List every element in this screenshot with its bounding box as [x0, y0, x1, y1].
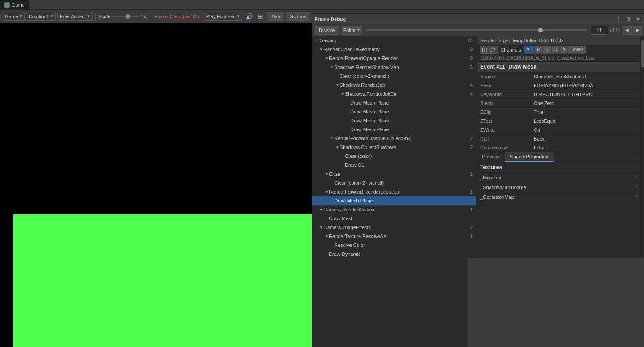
scrollbar-vertical[interactable] [640, 36, 644, 258]
tree-row[interactable]: ▼RenderForwardOpaque.CollectSha2 [312, 134, 476, 143]
frame-number-input[interactable] [591, 26, 608, 35]
channel-a-button[interactable]: A [560, 46, 568, 54]
conservative-value: False [534, 145, 637, 150]
pass-label: Pass [480, 83, 534, 88]
tree-row-count: 4 [464, 91, 473, 97]
channel-levels-button[interactable]: Levels [568, 46, 586, 54]
tree-row-label: Shadows.RenderJob [340, 82, 464, 88]
audio-button[interactable]: 🔊 [244, 12, 254, 21]
tree-collapse-icon[interactable]: ▼ [335, 83, 340, 87]
viewport-black-top [0, 23, 312, 214]
tree-row[interactable]: Clear (color+Z+stencil) [312, 178, 476, 187]
tree-row[interactable]: ▼Clear1 [312, 169, 476, 178]
tree-row-label: Resolve Color [334, 242, 464, 248]
frame-prev-button[interactable]: ◀ [623, 26, 632, 35]
panel-close-button[interactable]: ✕ [634, 15, 642, 23]
tree-row[interactable]: ▼Shadows.RenderJob4 [312, 81, 476, 89]
tree-row[interactable]: ▼RenderForward.RenderLoopJob1 [312, 187, 476, 196]
tree-row[interactable]: Draw Mesh Plane [312, 116, 476, 125]
channel-all-button[interactable]: All [524, 46, 534, 54]
tree-collapse-icon[interactable]: ▼ [324, 172, 329, 176]
frame-debugger-button[interactable]: Frame Debugger On [152, 13, 202, 20]
tree-collapse-icon[interactable]: ▼ [324, 234, 329, 238]
tree-collapse-icon[interactable]: ▼ [314, 39, 318, 43]
play-mode-select[interactable]: Play Focused ▼ [204, 12, 243, 21]
grid-button[interactable]: ⊞ [255, 12, 265, 21]
tab-shader-properties[interactable]: ShaderProperties [505, 152, 554, 162]
texture-row[interactable]: _OcclusionMapf [477, 192, 640, 202]
channel-r-button[interactable]: R [534, 46, 543, 54]
tab-preview[interactable]: Preview [477, 152, 505, 162]
tree-collapse-icon[interactable]: ▼ [324, 190, 329, 194]
tree-row-label: Shadows.CollectShadows [340, 145, 464, 150]
panel-title: Frame Debug [315, 16, 613, 22]
tree-row[interactable]: Draw Dynamic [312, 250, 476, 258]
tree-row-count: 2 [464, 136, 473, 141]
tree-row[interactable]: ▼RenderForwardOpaque.Render9 [312, 54, 476, 63]
render-target-label: RenderTarget [480, 38, 510, 43]
tree-row[interactable]: ▼Camera.RenderSkybox1 [312, 205, 476, 214]
tree-collapse-icon[interactable]: ▼ [319, 48, 324, 52]
tree-row[interactable]: ▼Shadows.CollectShadows2 [312, 143, 476, 152]
panel-menu-button[interactable]: ⋮ [615, 15, 623, 23]
chevron-down-icon: ▼ [236, 14, 240, 18]
texture-type: f [636, 194, 637, 200]
tree-row[interactable]: Draw Mesh Plane [312, 98, 476, 107]
tree-row[interactable]: ▼Render.OpaqueGeometry9 [312, 45, 476, 54]
frame-slider[interactable] [366, 29, 587, 31]
tree-row[interactable]: Draw Mesh Plane [312, 125, 476, 134]
tree-row[interactable]: ▼Shadows.RenderShadowMap5 [312, 63, 476, 72]
scale-value: 1x [141, 14, 146, 19]
tree-row[interactable]: ▼Drawing10 [312, 36, 476, 45]
tree-collapse-icon[interactable]: ▼ [330, 65, 334, 69]
tree-row[interactable]: ▼Shadows.RenderJobDir4 [312, 89, 476, 98]
scale-control: Scale 1x [98, 14, 146, 19]
channel-g-button[interactable]: G [543, 46, 551, 54]
tree-row[interactable]: ▼RenderTexture.ResolveAA1 [312, 232, 476, 241]
disable-button[interactable]: Disable [315, 26, 339, 35]
tree-row[interactable]: ▼Camera.ImageEffects2 [312, 223, 476, 232]
stats-button[interactable]: Stats [267, 12, 284, 21]
texture-row[interactable]: _ShadowMapTexturef [477, 182, 640, 192]
viewport-black-overlay [0, 214, 13, 347]
tree-row[interactable]: Draw Mesh Plane [312, 107, 476, 116]
chevron-down-icon: ▼ [50, 14, 53, 18]
panel-restore-button[interactable]: ⧉ [624, 15, 632, 23]
tree-row[interactable]: Draw Mesh Plane [312, 196, 476, 205]
tree-row[interactable]: Resolve Color [312, 241, 476, 250]
tree-row[interactable]: Draw Mesh [312, 214, 476, 223]
frame-next-button[interactable]: ▶ [633, 26, 642, 35]
frame-slider-thumb [538, 28, 543, 32]
display-select[interactable]: Display 1 ▼ [27, 12, 56, 21]
frame-debug-panel: Frame Debug ⋮ ⧉ ✕ Disable Editor ▼ of 14… [312, 13, 644, 258]
tree-collapse-icon[interactable]: ▼ [340, 92, 345, 96]
tree-collapse-icon[interactable]: ▼ [324, 56, 329, 61]
of-label: of 14 [610, 28, 621, 33]
rt-select[interactable]: RT 0 ▼ [480, 46, 498, 54]
tree-row[interactable]: Draw GL [312, 161, 476, 169]
tab-game[interactable]: Game [0, 0, 29, 10]
aspect-select[interactable]: Free Aspect ▼ [57, 12, 93, 21]
scrollbar-thumb [641, 40, 644, 67]
channel-b-button[interactable]: B [551, 46, 560, 54]
tab-bar: Game [0, 0, 644, 10]
texture-row[interactable]: _MainTexf [477, 173, 640, 182]
tree-collapse-icon[interactable]: ▼ [335, 145, 340, 149]
format-row: 1030x736 R16G16B16A16_SFloat (LoadAction… [477, 54, 640, 62]
tree-collapse-icon[interactable]: ▼ [330, 137, 334, 141]
tree-collapse-icon[interactable]: ▼ [319, 226, 324, 230]
gizmos-button[interactable]: Gizmos [286, 12, 309, 21]
tree-row-label: RenderForwardOpaque.CollectSha [334, 136, 464, 141]
tree-row[interactable]: Clear (color) [312, 152, 476, 161]
tree-collapse-icon[interactable]: ▼ [319, 208, 324, 212]
game-mode-select[interactable]: Game ▼ [3, 12, 25, 21]
shader-label: Shader [480, 74, 534, 79]
scale-slider[interactable] [112, 16, 139, 17]
event-header: Event #11: Draw Mesh [477, 62, 640, 72]
tree-row[interactable]: Clear (color+Z+stencil) [312, 72, 476, 81]
editor-select[interactable]: Editor ▼ [341, 26, 363, 35]
tree-row-count: 2 [464, 225, 473, 230]
prop-zclip-row: ZClip True [477, 108, 640, 117]
prop-keywords-row: Keywords DIRECTIONAL LIGHTPRO [477, 90, 640, 99]
tabs-row: Preview ShaderProperties [477, 152, 640, 162]
